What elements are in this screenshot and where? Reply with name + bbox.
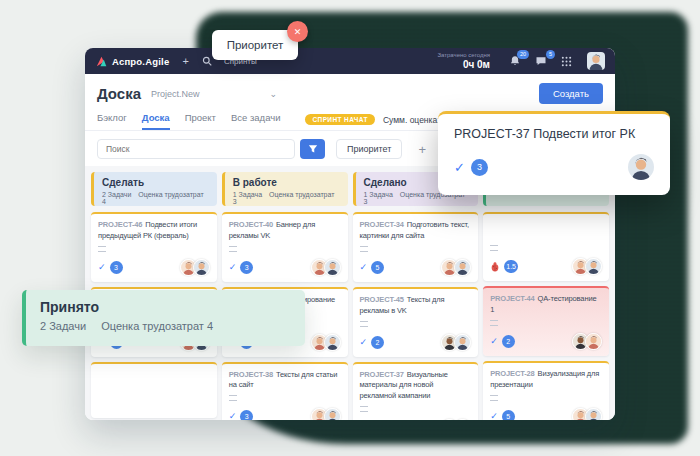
assignee-avatars bbox=[576, 408, 602, 421]
card-id: PROJECT-46 bbox=[98, 220, 142, 229]
bug-icon bbox=[490, 261, 500, 272]
assignee-avatars bbox=[576, 333, 602, 350]
avatar bbox=[193, 259, 210, 276]
card-title: PROJECT-34 Подготовить текст, картинки д… bbox=[360, 220, 472, 242]
assignee-avatars bbox=[315, 334, 341, 351]
column-header[interactable]: В работе 1 ЗадачаОценка трудозатрат 3 bbox=[222, 172, 348, 206]
task-card[interactable]: PROJECT-28 Визуализация для презентации✓… bbox=[483, 361, 609, 420]
card-footer: 1.5 bbox=[490, 258, 602, 275]
estimate-badge: 3 bbox=[240, 261, 253, 274]
user-avatar[interactable] bbox=[587, 52, 605, 70]
estimate-badge: 1.5 bbox=[504, 260, 518, 273]
assignee-avatars bbox=[315, 259, 341, 276]
description-icon bbox=[490, 395, 498, 401]
priority-filter-chip[interactable]: Приоритет bbox=[336, 139, 402, 159]
search-icon[interactable] bbox=[202, 56, 212, 66]
description-icon bbox=[490, 245, 498, 251]
description-icon bbox=[360, 321, 368, 327]
card-footer: ✓5 bbox=[360, 259, 472, 276]
page: Аспро.Agile + Спринты Затрачено сегодня … bbox=[0, 0, 700, 456]
card-footer: ✓3 bbox=[98, 259, 210, 276]
task-card[interactable]: PROJECT-34 Подготовить текст, картинки д… bbox=[353, 212, 479, 282]
card-title: PROJECT-45 Тексты для рекламы в VK bbox=[360, 295, 472, 317]
assignee-avatars bbox=[445, 419, 471, 420]
check-icon: ✓ bbox=[229, 263, 237, 272]
column-meta: 1 ЗадачаОценка трудозатрат 3 bbox=[233, 191, 340, 205]
page-title: Доска bbox=[97, 85, 141, 102]
avatar bbox=[454, 259, 471, 276]
logo-icon bbox=[95, 55, 108, 68]
tab-2[interactable]: Проект bbox=[185, 112, 216, 130]
check-icon: ✓ bbox=[229, 412, 237, 420]
check-icon: ✓ bbox=[360, 338, 368, 347]
tab-3[interactable]: Все задачи bbox=[231, 112, 281, 130]
task-card[interactable]: PROJECT-46 Подвести итоги предыдущей РК … bbox=[91, 212, 217, 282]
column-task-count: 1 Задача bbox=[364, 191, 393, 198]
notifications-badge: 20 bbox=[517, 50, 529, 59]
close-icon[interactable]: ✕ bbox=[287, 21, 308, 42]
card-footer: ✓5 bbox=[490, 408, 602, 421]
app-window: Аспро.Agile + Спринты Затрачено сегодня … bbox=[85, 48, 615, 420]
accepted-task-count: 2 Задачи bbox=[40, 320, 86, 332]
card-id: PROJECT-37 bbox=[360, 370, 404, 379]
card-title: PROJECT-28 Визуализация для презентации bbox=[490, 369, 602, 391]
filter-button[interactable] bbox=[300, 139, 325, 159]
description-icon bbox=[360, 406, 368, 412]
task-card[interactable]: PROJECT-38 Тексты для статьи на сайт✓3 bbox=[222, 362, 348, 421]
cards-list: PROJECT-34 Подготовить текст, картинки д… bbox=[353, 212, 479, 420]
accepted-meta: 2 Задачи Оценка трудозатрат 4 bbox=[40, 320, 291, 332]
app-name: Аспро.Agile bbox=[112, 56, 169, 67]
task-card[interactable]: PROJECT-44 QA-тестирование 1✓2 bbox=[483, 286, 609, 356]
card-footer: ✓2 bbox=[360, 334, 472, 351]
board-column: 1.5PROJECT-44 QA-тестирование 1✓2PROJECT… bbox=[483, 172, 609, 414]
assignee-avatars bbox=[576, 258, 602, 275]
avatar bbox=[441, 419, 458, 420]
card-title: PROJECT-46 Подвести итоги предыдущей РК … bbox=[98, 220, 210, 242]
assignee-avatars bbox=[315, 408, 341, 420]
assignee-avatars bbox=[445, 259, 471, 276]
chat-icon[interactable]: 5 bbox=[535, 55, 547, 67]
card-id: PROJECT-44 bbox=[490, 294, 534, 303]
card-id: PROJECT-40 bbox=[229, 220, 273, 229]
board-select[interactable]: Project.New ⌄ bbox=[151, 89, 277, 99]
task-card[interactable] bbox=[91, 362, 217, 418]
chevron-down-icon: ⌄ bbox=[270, 89, 278, 99]
time-tracker: Затрачено сегодня 0ч 0м bbox=[437, 52, 490, 70]
priority-tooltip-label: Приоритет bbox=[227, 39, 284, 51]
avatar bbox=[585, 408, 602, 421]
plus-icon[interactable]: + bbox=[182, 56, 188, 67]
board-toolbar: Доска Project.New ⌄ Создать bbox=[85, 74, 615, 109]
tab-0[interactable]: Бэклог bbox=[97, 112, 127, 130]
app-logo[interactable]: Аспро.Agile bbox=[95, 55, 169, 68]
cards-list: 1.5PROJECT-44 QA-тестирование 1✓2PROJECT… bbox=[483, 212, 609, 420]
column-task-count: 1 Задача bbox=[233, 191, 262, 198]
funnel-icon bbox=[308, 144, 318, 154]
priority-tooltip: Приоритет ✕ bbox=[212, 30, 298, 60]
column-header[interactable]: Сделать 2 ЗадачиОценка трудозатрат 4 bbox=[91, 172, 217, 206]
tab-1[interactable]: Доска bbox=[142, 112, 170, 130]
task-card[interactable]: PROJECT-37 Визуальные материалы для ново… bbox=[353, 362, 479, 421]
time-tracker-value: 0ч 0м bbox=[437, 59, 490, 70]
card-footer: ✓2 bbox=[490, 333, 602, 350]
card-id: PROJECT-28 bbox=[490, 369, 534, 378]
column-task-count: 2 Задачи bbox=[102, 191, 131, 198]
card-title: PROJECT-44 QA-тестирование 1 bbox=[490, 294, 602, 316]
add-filter-button[interactable]: + bbox=[412, 142, 432, 157]
bell-icon[interactable]: 20 bbox=[509, 55, 521, 67]
create-button[interactable]: Создать bbox=[539, 83, 603, 104]
task-card[interactable]: 1.5 bbox=[483, 212, 609, 281]
task-card[interactable]: PROJECT-45 Тексты для рекламы в VK✓2 bbox=[353, 287, 479, 357]
check-icon: ✓ bbox=[454, 161, 465, 174]
apps-grid-icon[interactable] bbox=[561, 56, 572, 67]
search-input[interactable] bbox=[97, 139, 295, 159]
task-popup-card[interactable]: PROJECT-37 Подвести итог РК ✓ 3 bbox=[438, 111, 670, 195]
check-icon: ✓ bbox=[490, 337, 498, 346]
card-title: PROJECT-38 Тексты для статьи на сайт bbox=[229, 370, 341, 392]
card-footer: ✓3 bbox=[229, 259, 341, 276]
accepted-column-header[interactable]: Принято 2 Задачи Оценка трудозатрат 4 bbox=[22, 290, 305, 346]
estimate-badge: 3 bbox=[110, 261, 123, 274]
column-meta: 2 ЗадачиОценка трудозатрат 4 bbox=[102, 191, 209, 205]
task-card[interactable]: PROJECT-40 Баннер для рекламы VK✓3 bbox=[222, 212, 348, 282]
tabs: БэклогДоскаПроектВсе задачи bbox=[97, 109, 295, 130]
card-footer: ✓3 bbox=[229, 408, 341, 420]
